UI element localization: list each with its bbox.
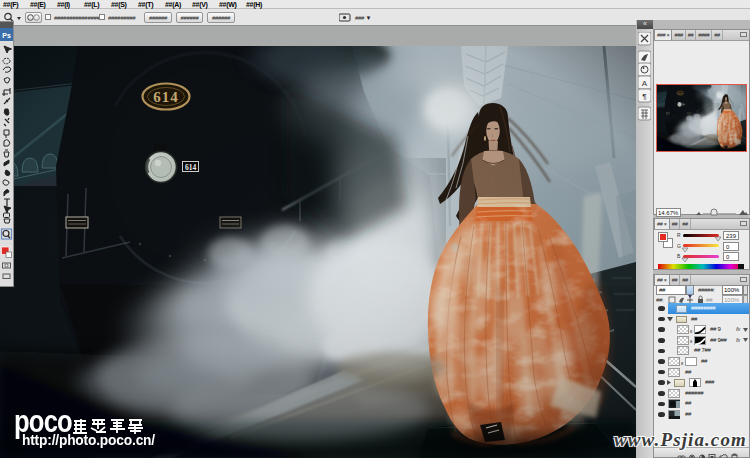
- svg-text:A: A: [642, 79, 648, 88]
- svg-text:Ps: Ps: [2, 32, 11, 39]
- svg-text:¶: ¶: [642, 92, 646, 101]
